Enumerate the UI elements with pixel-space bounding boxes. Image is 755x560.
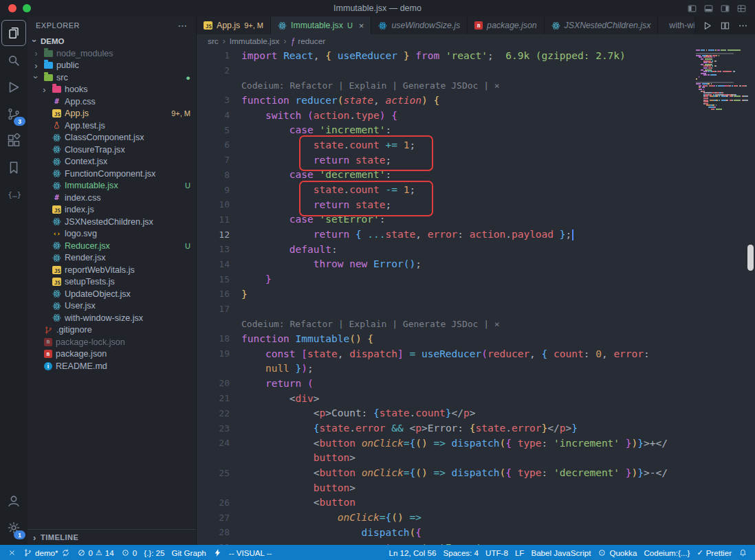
tree-item-reportwebvitals-js[interactable]: JSreportWebVitals.js — [28, 264, 196, 276]
close-window-button[interactable] — [8, 4, 17, 12]
tree-item-immutable-jsx[interactable]: Immutable.jsxU — [28, 180, 196, 192]
status-bar-left: demo*0⚠140{.}: 25Git Graph-- VISUAL -- — [4, 545, 275, 560]
tree-item-closuretrap-jsx[interactable]: ClosureTrap.jsx — [28, 144, 196, 156]
code-text: import React, { useReducer } from 'react… — [230, 50, 626, 61]
vim-mode[interactable]: -- VISUAL -- — [226, 545, 276, 560]
tree-item-label: public — [56, 60, 79, 70]
activity-source-control[interactable]: 3 — [2, 102, 25, 126]
codeium[interactable]: Codeium:{...} — [640, 545, 693, 560]
activity-run-and-debug[interactable] — [2, 75, 25, 100]
explorer-more-actions-button[interactable]: ⋯ — [178, 20, 188, 31]
tree-item-readme-md[interactable]: iREADME.md — [28, 360, 196, 372]
git-branch[interactable]: demo* — [20, 545, 74, 560]
activity-bookmarks[interactable] — [2, 155, 25, 180]
indentation[interactable]: Spaces: 4 — [439, 545, 482, 560]
remote-indicator[interactable] — [4, 545, 20, 560]
tree-item-setuptests-js[interactable]: JSsetupTests.js — [28, 276, 196, 289]
tree-item-package-lock-json[interactable]: npackage-lock.json — [28, 336, 196, 348]
project-section-header[interactable]: › DEMO — [28, 34, 196, 47]
line-number: 27 — [197, 513, 230, 523]
activity-explorer[interactable] — [1, 20, 26, 46]
scrollbar-thumb[interactable] — [747, 245, 754, 271]
codeium-codelens[interactable]: Codeium: Refactor | Explain | Generate J… — [230, 319, 500, 329]
tree-item-hooks[interactable]: ›hooks — [28, 84, 196, 96]
tree-item-classcomponent-jsx[interactable]: ClassComponent.jsx — [28, 132, 196, 144]
tree-item-user-jsx[interactable]: User.jsx — [28, 300, 196, 313]
toggle-panel-button[interactable] — [703, 3, 714, 14]
cursor-position[interactable]: Ln 12, Col 56 — [385, 545, 439, 560]
tree-item-reducer-jsx[interactable]: Reducer.jsxU — [28, 240, 196, 252]
tree-item-index-css[interactable]: #index.css — [28, 192, 196, 204]
tree-item-app-js[interactable]: JSApp.js9+, M — [28, 108, 196, 120]
tab-usewindowsize-js[interactable]: useWindowSize.js — [371, 16, 468, 34]
code-editor[interactable]: 1import React, { useReducer } from 'reac… — [197, 48, 755, 545]
language-mode[interactable]: Babel JavaScript — [527, 545, 594, 560]
text-cursor — [572, 229, 573, 240]
activity-snippets[interactable] — [2, 182, 25, 207]
tab-jsxnestedchildren-jsx[interactable]: JSXNestedChildren.jsx — [545, 16, 659, 34]
tree-item-logo-svg[interactable]: ‹›logo.svg — [28, 228, 196, 240]
quokka-flash[interactable] — [210, 545, 226, 560]
warn-icon: ⚠ — [96, 548, 102, 557]
tree-item-index-js[interactable]: JSindex.js — [28, 204, 196, 216]
activity-extensions[interactable] — [2, 128, 25, 153]
line-number: 23 — [197, 423, 230, 434]
quokka[interactable]: Quokka — [594, 545, 640, 560]
customize-layout-button[interactable] — [736, 3, 747, 14]
tab-label: with-window-size.jsx — [669, 21, 695, 30]
eol[interactable]: LF — [512, 545, 528, 560]
tab-with-window-size-jsx[interactable]: with-window-size.jsx — [658, 16, 695, 34]
line-number: 5 — [197, 125, 230, 135]
minimap[interactable] — [696, 49, 751, 110]
tree-item-functioncomponent-jsx[interactable]: FunctionComponent.jsx — [28, 168, 196, 180]
line-number: 29 — [197, 542, 230, 545]
zoom-window-button[interactable] — [23, 4, 31, 12]
tree-item-updateobject-jsx[interactable]: UpdateObject.jsx — [28, 288, 196, 300]
record-counter[interactable]: 0 — [118, 545, 140, 560]
timeline-section[interactable]: › TIMELINE — [28, 529, 196, 545]
bracket-counter[interactable]: {.}: 25 — [140, 545, 168, 560]
tree-item-app-test-js[interactable]: App.test.js — [28, 120, 196, 132]
notifications[interactable] — [735, 545, 751, 560]
split-editor-button[interactable] — [720, 21, 730, 31]
breadcrumb-item-src[interactable]: src — [208, 36, 219, 46]
tab-package-json[interactable]: npackage.json — [468, 16, 544, 34]
tree-item-context-jsx[interactable]: Context.jsx — [28, 156, 196, 168]
git-status-badge: ● — [186, 74, 190, 82]
svg-icon: ‹› — [52, 230, 61, 237]
activity-accounts[interactable] — [2, 489, 25, 513]
code-line: 22 <p>Count: {state.count}</p> — [197, 406, 755, 421]
code-text: const [state, dispatch] = useReducer(red… — [230, 348, 650, 359]
tree-item-app-css[interactable]: #App.css — [28, 96, 196, 108]
tree-item-public[interactable]: ›public — [28, 60, 196, 72]
tree-item-with-window-size-jsx[interactable]: with-window-size.jsx — [28, 312, 196, 324]
encoding[interactable]: UTF-8 — [482, 545, 512, 560]
activity-search[interactable] — [2, 48, 25, 73]
tree-item-label: hooks — [65, 85, 88, 94]
tree-item-src[interactable]: ›src● — [28, 71, 196, 84]
breadcrumb-label: reducer — [298, 36, 325, 46]
run-code-button[interactable] — [702, 21, 712, 31]
git-graph[interactable]: Git Graph — [168, 545, 210, 560]
tree-item-node-modules[interactable]: ›node_modules — [28, 47, 196, 60]
problems[interactable]: 0⚠14 — [74, 545, 118, 560]
hook-icon — [378, 21, 387, 30]
toggle-secondary-sidebar-button[interactable] — [720, 3, 730, 14]
codeium-codelens[interactable]: Codeium: Refactor | Explain | Generate J… — [230, 80, 500, 91]
tree-item-render-jsx[interactable]: Render.jsx — [28, 252, 196, 265]
breadcrumb-item-immutable-jsx[interactable]: Immutable.jsx — [230, 36, 280, 46]
activity-settings[interactable]: 1 — [2, 515, 25, 540]
javascript-icon: JS — [204, 21, 212, 30]
tab-immutable-jsx[interactable]: Immutable.jsxU× — [271, 16, 371, 34]
react-icon — [278, 21, 287, 30]
toggle-primary-sidebar-button[interactable] — [687, 3, 697, 14]
line-number: 20 — [197, 378, 230, 388]
more-actions-button[interactable] — [738, 21, 748, 31]
tree-item-gitignore[interactable]: .gitignore — [28, 324, 196, 337]
tree-item-package-json[interactable]: npackage.json — [28, 348, 196, 361]
breadcrumb-item-reducer[interactable]: ƒreducer — [291, 36, 326, 46]
prettier[interactable]: ✓Prettier — [693, 545, 735, 560]
close-icon[interactable]: × — [359, 21, 364, 31]
tree-item-jsxnestedchildren-jsx[interactable]: JSXNestedChildren.jsx — [28, 216, 196, 228]
tab-app-js[interactable]: JSApp.js9+, M — [197, 16, 271, 34]
